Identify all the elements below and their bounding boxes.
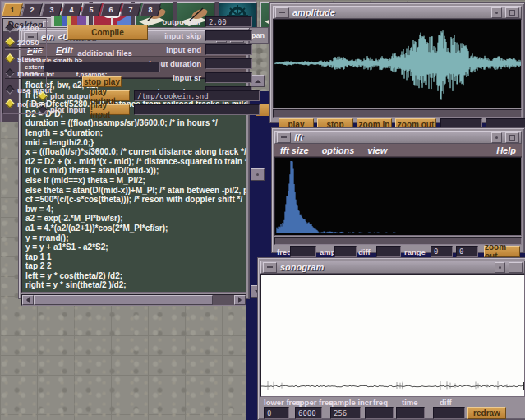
io-row-output-dur: output dur2.00 bbox=[107, 16, 252, 27]
sonogram-diff-label: diff bbox=[440, 398, 452, 407]
code-line: else theta = atan(D/(mid-x))+M_PI; /* at… bbox=[25, 186, 246, 196]
plot-row-1: plot inputplay input bbox=[39, 104, 260, 115]
input-input-sr[interactable] bbox=[205, 72, 252, 83]
field-label: output dur bbox=[107, 17, 201, 26]
plot-path-input[interactable] bbox=[134, 104, 260, 115]
menu-help[interactable]: Help bbox=[496, 145, 516, 155]
spectrum-plot[interactable] bbox=[274, 157, 522, 236]
code-line: x = ((float)t/sr)*s/3600.0; /* current d… bbox=[25, 147, 246, 157]
radio-indicator-icon[interactable] bbox=[38, 105, 47, 114]
amplitude-titlebar[interactable]: amplitude bbox=[273, 6, 522, 19]
window-menu-icon[interactable] bbox=[491, 7, 502, 18]
tab-7[interactable]: 7 bbox=[120, 3, 141, 16]
plot-label: plot output bbox=[50, 91, 85, 100]
divider bbox=[5, 47, 44, 50]
menu-fft-size[interactable]: fft size bbox=[280, 145, 309, 155]
tab-6[interactable]: 6 bbox=[100, 3, 122, 16]
fft-readouts: freqampdiffrange00zoom out bbox=[274, 246, 522, 257]
menu-options[interactable]: options bbox=[322, 145, 355, 155]
minimize-icon[interactable] bbox=[275, 7, 289, 18]
minimize-icon[interactable] bbox=[277, 132, 291, 143]
radio-indicator-icon bbox=[5, 68, 14, 77]
radio-indicator-icon bbox=[5, 23, 14, 32]
minimize-icon[interactable] bbox=[263, 262, 277, 273]
radio-indicator-icon[interactable] bbox=[38, 91, 47, 100]
control-panel-window: 12345678 4410022050stereomonouse inputno… bbox=[0, 0, 256, 122]
sonogram-upper-freq-input[interactable]: 6000 bbox=[295, 407, 322, 419]
radio-label: 22050 bbox=[17, 38, 39, 47]
plot-path-input[interactable]: /tmp/cookein.snd bbox=[134, 90, 260, 101]
zoom-out-button[interactable]: zoom out bbox=[484, 246, 520, 257]
io-row-input-skip: input skip bbox=[107, 30, 252, 41]
sonogram-plot[interactable] bbox=[260, 274, 525, 397]
radio-stereo[interactable]: stereo bbox=[7, 54, 41, 62]
code-line: a2 = exp(-2.*M_PI*bw/sr); bbox=[25, 214, 246, 224]
scroll-up-icon[interactable] bbox=[251, 75, 265, 87]
desktop: Code Desktop snapshot pan ein <Untitled>… bbox=[0, 0, 525, 420]
code-line: bw = 4; bbox=[25, 205, 246, 215]
menu-view[interactable]: view bbox=[367, 145, 387, 155]
window-menu-icon[interactable] bbox=[495, 262, 505, 273]
ein-horizontal-scrollbar[interactable] bbox=[21, 294, 246, 306]
play-output-button[interactable]: play output bbox=[90, 90, 130, 101]
fft-range-input-0[interactable]: 0 bbox=[431, 246, 453, 257]
sonogram-sample-incr-label: sample incr bbox=[329, 398, 372, 407]
fft-range-input-1[interactable]: 0 bbox=[456, 246, 478, 257]
tab-2[interactable]: 2 bbox=[21, 3, 43, 16]
additional-files-label: additional files bbox=[49, 48, 160, 58]
sonogram-titlebar[interactable]: sonogram bbox=[260, 261, 525, 274]
radio-indicator-icon bbox=[5, 37, 14, 46]
sonogram-time-input[interactable] bbox=[396, 407, 425, 419]
sonogram-freq-label: freq bbox=[373, 398, 388, 407]
stop-play-button[interactable]: stop play bbox=[82, 76, 122, 87]
sonogram-lower-freq-input[interactable]: 0 bbox=[264, 407, 289, 419]
window-menu-icon[interactable] bbox=[491, 132, 502, 143]
input-input-end[interactable] bbox=[205, 44, 252, 55]
amplitude-scrollbar[interactable] bbox=[273, 109, 522, 118]
code-line: length = s*duration; bbox=[25, 128, 246, 138]
field-label: input skip bbox=[107, 31, 201, 40]
scroll-right-icon[interactable] bbox=[234, 295, 246, 305]
radio-22050[interactable]: 22050 bbox=[7, 38, 39, 46]
sonogram-diff-input[interactable] bbox=[433, 407, 465, 419]
fft-freq-readout[interactable] bbox=[290, 246, 316, 257]
tab-5[interactable]: 5 bbox=[81, 3, 102, 16]
scroll-left-icon[interactable] bbox=[22, 295, 34, 305]
fft-diff-readout[interactable] bbox=[376, 246, 401, 257]
fft-range-label: range bbox=[404, 247, 426, 256]
radio-label: mono bbox=[17, 69, 39, 78]
code-line: left = y * cos(theta/2) /d2; bbox=[25, 271, 246, 281]
waveform-plot[interactable] bbox=[273, 19, 522, 108]
radio-mono[interactable]: mono bbox=[7, 69, 39, 77]
maximize-icon[interactable] bbox=[505, 132, 519, 143]
sonogram-freq-input[interactable] bbox=[365, 407, 394, 419]
sonogram-sample-incr-input[interactable]: 256 bbox=[330, 407, 361, 419]
fft-amp-label: amp bbox=[320, 247, 336, 256]
maximize-icon[interactable] bbox=[505, 7, 519, 18]
radio-indicator-icon bbox=[5, 99, 14, 108]
maximize-icon[interactable] bbox=[509, 262, 523, 273]
sonogram-controls: lower freq0upper freq6000sample incr256f… bbox=[260, 397, 525, 420]
code-line: d2 = D2 + (x - mid)*(x - mid); /* distan… bbox=[25, 157, 246, 167]
fft-menubar: fft sizeoptionsviewHelp bbox=[274, 144, 522, 157]
tab-8[interactable]: 8 bbox=[140, 3, 161, 16]
strip-button[interactable] bbox=[251, 168, 265, 181]
fft-titlebar[interactable]: fft bbox=[274, 131, 522, 144]
plot-row-0: plot outputplay output/tmp/cookein.snd bbox=[39, 90, 260, 101]
input-input-skip[interactable] bbox=[205, 30, 252, 41]
play-input-button[interactable]: play input bbox=[90, 104, 130, 115]
radio-indicator-icon bbox=[5, 85, 14, 94]
tab-3[interactable]: 3 bbox=[41, 3, 62, 16]
fft-amp-readout[interactable] bbox=[334, 246, 357, 257]
sonogram-upper-freq-label: upper freq bbox=[295, 398, 334, 407]
code-line: y = rrand(); bbox=[25, 233, 246, 243]
tab-4[interactable]: 4 bbox=[61, 3, 82, 16]
radio-44100[interactable]: 44100 bbox=[7, 24, 39, 32]
redraw-button[interactable]: redraw bbox=[467, 407, 506, 419]
tab-1[interactable]: 1 bbox=[2, 3, 23, 16]
input-input-duration[interactable] bbox=[205, 58, 252, 69]
amplitude-window: amplitude playstopzoom inzoom out bbox=[269, 2, 525, 123]
additional-files-input[interactable] bbox=[44, 62, 160, 72]
input-output-dur[interactable]: 2.00 bbox=[205, 16, 252, 27]
radio-label: stereo bbox=[17, 54, 41, 63]
